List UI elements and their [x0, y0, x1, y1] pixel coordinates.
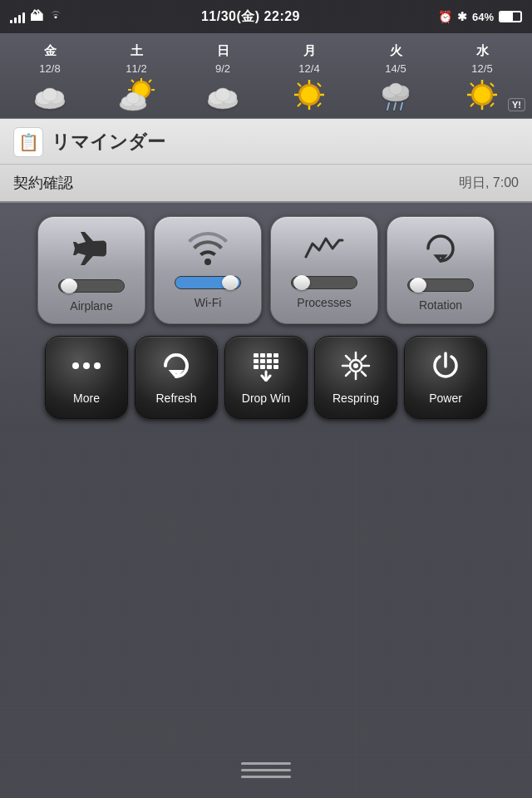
more-icon	[71, 350, 102, 387]
svg-line-26	[298, 83, 301, 86]
power-icon	[430, 350, 461, 387]
svg-rect-58	[273, 359, 278, 363]
svg-rect-59	[254, 365, 259, 369]
action-buttons-row: More Refresh	[10, 336, 522, 419]
svg-point-49	[83, 362, 90, 369]
airplane-slider[interactable]	[58, 279, 125, 293]
status-bar: 🏔 11/30(金) 22:29 ⏰ ✱ 64%	[0, 0, 532, 33]
battery-icon	[499, 11, 522, 22]
home-bar-line-2	[241, 769, 291, 771]
weather-icon-rainy-5	[376, 78, 416, 111]
svg-rect-52	[260, 353, 265, 357]
svg-line-68	[346, 356, 350, 360]
wifi-status-icon	[48, 9, 63, 24]
reminders-widget: 📋 リマインダー 契約確認 明日, 7:00	[0, 119, 532, 203]
rotation-label: Rotation	[419, 298, 462, 312]
more-label: More	[73, 392, 100, 405]
weather-day-3: 日 9/2	[180, 43, 266, 111]
reminders-header: 📋 リマインダー	[0, 119, 532, 165]
weather-day-name-5: 火	[390, 43, 402, 59]
svg-point-19	[215, 88, 230, 101]
airplane-icon	[71, 229, 111, 274]
battery-percent: 64%	[472, 11, 494, 23]
reminder-item-1[interactable]: 契約確認 明日, 7:00	[0, 165, 532, 201]
weather-day-name-1: 金	[44, 43, 57, 59]
svg-rect-55	[254, 359, 259, 363]
svg-rect-56	[260, 359, 265, 363]
reminder-item-time-1: 明日, 7:00	[459, 175, 519, 192]
svg-line-71	[346, 372, 350, 376]
weather-days-row: 金 12/8 土 11/2	[7, 43, 525, 111]
weather-icon-cloudy-1	[30, 78, 70, 111]
svg-line-36	[401, 103, 402, 110]
processes-toggle-button[interactable]: Processes	[270, 216, 378, 324]
rotation-toggle-button[interactable]: Rotation	[387, 216, 495, 324]
svg-point-3	[42, 88, 57, 101]
svg-point-48	[72, 362, 79, 369]
reminder-item-text-1: 契約確認	[13, 173, 73, 193]
rotation-slider[interactable]	[407, 278, 474, 292]
svg-point-33	[389, 83, 402, 95]
wifi-slider[interactable]	[175, 276, 241, 289]
svg-line-34	[387, 103, 389, 110]
weather-day-date-4: 12/4	[298, 62, 319, 75]
airplane-label: Airplane	[70, 299, 112, 313]
clock-icon: ⏰	[438, 10, 452, 23]
home-bar-line-3	[241, 776, 291, 778]
svg-line-46	[490, 103, 494, 106]
respring-action-button[interactable]: Respring	[314, 336, 397, 419]
rotation-icon	[421, 229, 460, 273]
weather-icon-partly-sunny-2	[116, 78, 156, 111]
weather-day-2: 土 11/2	[93, 43, 180, 111]
refresh-label: Refresh	[155, 392, 196, 405]
toggle-buttons-row: Airplane Wi-Fi	[10, 216, 522, 324]
svg-point-21	[301, 86, 318, 103]
refresh-icon	[160, 350, 192, 387]
weather-day-date-5: 14/5	[385, 62, 406, 75]
refresh-action-button[interactable]: Refresh	[135, 336, 218, 419]
processes-slider[interactable]	[291, 276, 357, 289]
weather-day-date-2: 11/2	[126, 62, 146, 75]
svg-line-43	[470, 83, 474, 86]
svg-line-70	[362, 356, 366, 360]
svg-rect-61	[267, 365, 272, 369]
wifi-label: Wi-Fi	[195, 296, 222, 309]
weather-day-name-4: 月	[303, 43, 316, 59]
dropwin-action-button[interactable]: Drop Win	[224, 336, 308, 419]
status-time: 11/30(金) 22:29	[201, 8, 300, 26]
sbsettings-widget: Airplane Wi-Fi	[0, 203, 532, 432]
respring-icon	[340, 350, 372, 387]
home-bar	[241, 762, 291, 778]
weather-widget: 金 12/8 土 11/2	[0, 33, 532, 119]
airplane-toggle-button[interactable]: Airplane	[37, 216, 145, 324]
more-action-button[interactable]: More	[45, 336, 128, 419]
bluetooth-icon: ✱	[457, 10, 467, 23]
weather-day-name-3: 日	[217, 43, 229, 59]
wifi-toggle-icon	[188, 232, 228, 271]
svg-rect-54	[273, 353, 278, 357]
weather-day-1: 金 12/8	[7, 43, 93, 111]
notification-center-panel: 金 12/8 土 11/2	[0, 33, 532, 432]
reminders-title: リマインダー	[52, 130, 165, 155]
svg-line-44	[490, 83, 494, 86]
weather-icon-sunny-4	[289, 78, 329, 111]
wifi-toggle-button[interactable]: Wi-Fi	[154, 216, 262, 324]
svg-rect-60	[260, 365, 265, 369]
status-left: 🏔	[10, 9, 63, 24]
status-right: ⏰ ✱ 64%	[438, 10, 522, 23]
svg-rect-53	[267, 353, 272, 357]
svg-line-28	[298, 103, 301, 106]
weather-icon-sunny-6	[462, 78, 502, 111]
weather-provider-badge: Y!	[508, 98, 525, 111]
weather-day-name-2: 土	[131, 43, 143, 59]
svg-point-15	[126, 92, 140, 104]
svg-point-38	[474, 86, 490, 103]
home-bar-line-1	[241, 762, 291, 765]
power-label: Power	[429, 392, 462, 405]
processes-icon	[304, 232, 344, 271]
svg-rect-51	[254, 353, 259, 357]
power-action-button[interactable]: Power	[404, 336, 487, 419]
weather-day-4: 月 12/4	[266, 43, 352, 111]
weather-day-date-3: 9/2	[215, 62, 230, 75]
weather-day-date-1: 12/8	[39, 62, 60, 75]
